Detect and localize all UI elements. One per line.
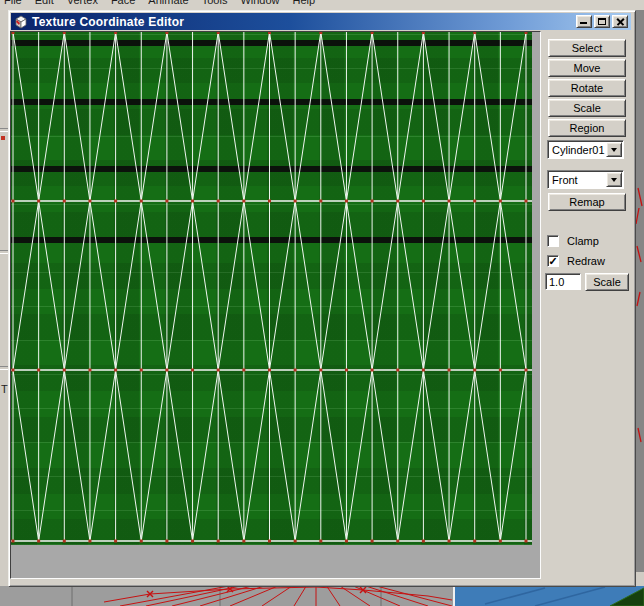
- red-wire-fragment: [1, 136, 5, 140]
- strip-separator: [0, 250, 8, 254]
- chevron-down-icon[interactable]: [606, 172, 622, 187]
- bottom-viewports[interactable]: [0, 586, 644, 606]
- strip-separator: [0, 366, 8, 370]
- remap-button[interactable]: Remap: [548, 193, 626, 211]
- minimize-button[interactable]: [576, 15, 592, 28]
- menu-file[interactable]: File: [4, 0, 22, 6]
- menu-window[interactable]: Window: [240, 0, 279, 6]
- viewport-wireframes: [0, 586, 644, 606]
- menu-row: File Edit Vertex Face Animate Tools Wind…: [4, 0, 315, 6]
- menu-bar: File Edit Vertex Face Animate Tools Wind…: [0, 0, 644, 10]
- maximize-button[interactable]: [594, 15, 610, 28]
- clamp-label: Clamp: [567, 235, 599, 247]
- menu-animate[interactable]: Animate: [148, 0, 188, 6]
- minimize-icon: [580, 22, 587, 24]
- menu-help[interactable]: Help: [293, 0, 316, 6]
- object-combo-value: Cylinder01: [548, 143, 606, 156]
- view-combo-value: Front: [548, 173, 606, 186]
- title-bar[interactable]: Texture Coordinate Editor: [11, 13, 631, 30]
- uv-mesh: [11, 32, 532, 545]
- chevron-down-icon[interactable]: [606, 142, 622, 157]
- object-combo[interactable]: Cylinder01: [547, 140, 624, 159]
- view-combo[interactable]: Front: [547, 170, 624, 189]
- scale-tool-button[interactable]: Scale: [548, 99, 626, 117]
- move-button[interactable]: Move: [548, 59, 626, 77]
- uv-canvas[interactable]: [10, 31, 541, 579]
- redraw-label: Redraw: [567, 255, 605, 267]
- menu-vertex[interactable]: Vertex: [67, 0, 98, 6]
- scale-apply-button[interactable]: Scale: [585, 273, 629, 291]
- strip-separator: [0, 128, 8, 132]
- redraw-checkbox[interactable]: ✓: [547, 255, 559, 267]
- window-title: Texture Coordinate Editor: [32, 15, 184, 29]
- rotate-button[interactable]: Rotate: [548, 79, 626, 97]
- region-button[interactable]: Region: [548, 119, 626, 137]
- texture-area[interactable]: [11, 32, 532, 545]
- menu-edit[interactable]: Edit: [35, 0, 54, 6]
- texture-coordinate-editor-window: Texture Coordinate Editor Select Move Ro…: [8, 10, 636, 587]
- window-controls: [576, 15, 628, 28]
- maximize-icon: [598, 18, 606, 25]
- clipped-toolbar-label: T: [1, 383, 8, 395]
- select-button[interactable]: Select: [548, 39, 626, 57]
- left-toolbar-strip: T: [0, 10, 8, 586]
- menu-face[interactable]: Face: [111, 0, 135, 6]
- menu-tools[interactable]: Tools: [202, 0, 228, 6]
- close-button[interactable]: [612, 15, 628, 28]
- app-cube-icon: [14, 15, 28, 29]
- screen: File Edit Vertex Face Animate Tools Wind…: [0, 0, 644, 606]
- clamp-checkbox[interactable]: [547, 235, 559, 247]
- scale-value-input[interactable]: [545, 273, 581, 290]
